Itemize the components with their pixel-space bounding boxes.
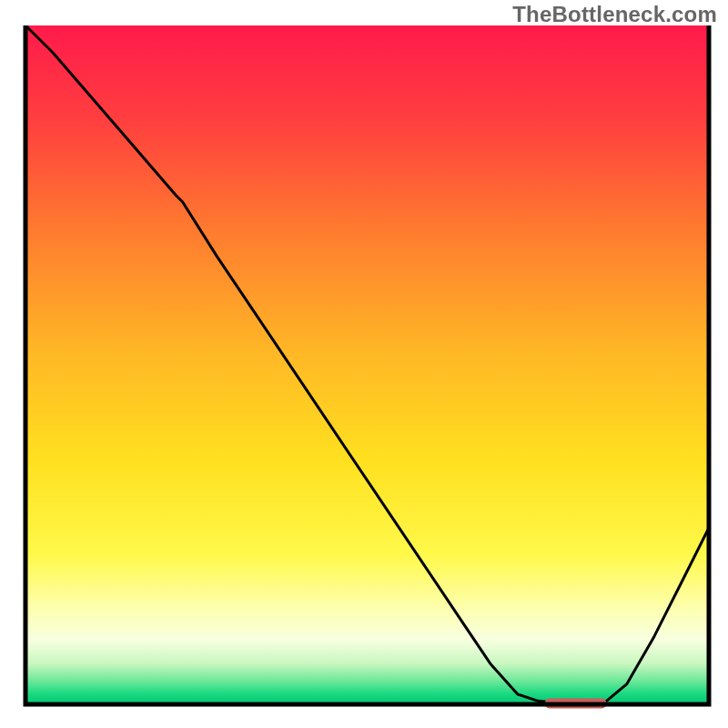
gradient-background [25,25,709,704]
chart-frame: { "watermark": "TheBottleneck.com", "col… [0,0,728,728]
bottleneck-chart [0,0,728,728]
watermark-text: TheBottleneck.com [512,2,717,27]
